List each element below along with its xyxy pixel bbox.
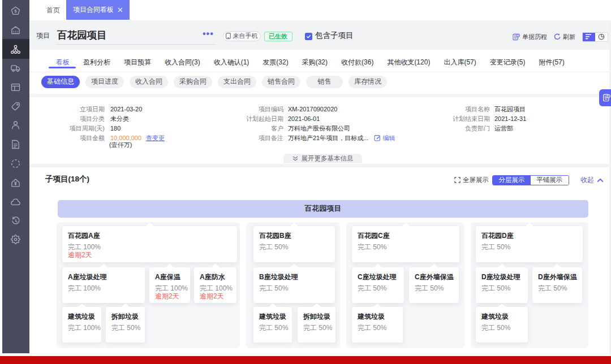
svg-text:$: $: [14, 8, 17, 14]
